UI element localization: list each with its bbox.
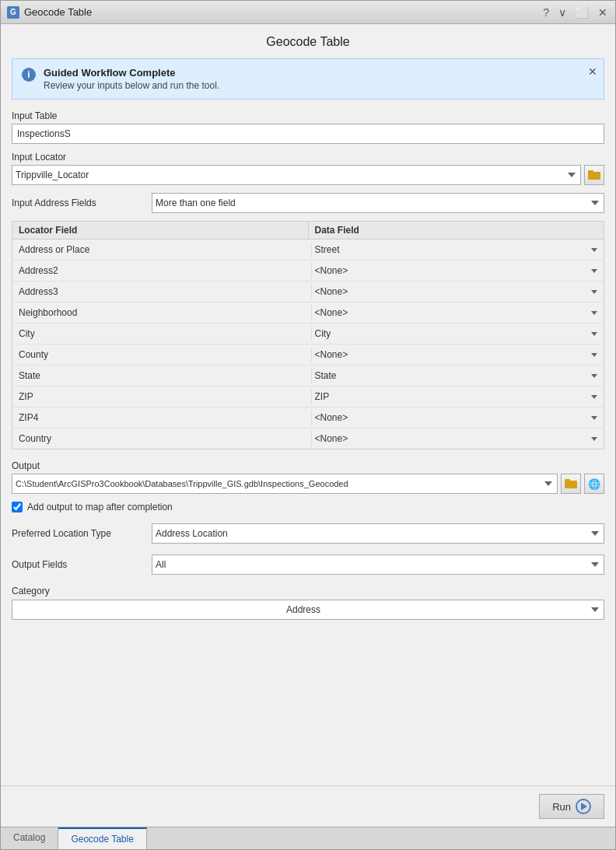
output-select[interactable]: C:\Student\ArcGISPro3Cookbook\Databases\… bbox=[12, 474, 558, 494]
field-name: Address or Place bbox=[12, 242, 312, 257]
title-bar-controls: ? ∨ ⬜ ✕ bbox=[541, 7, 609, 18]
neighborhood-select[interactable]: <None> bbox=[315, 304, 601, 321]
tab-bar: Catalog Geocode Table bbox=[1, 827, 615, 849]
tab-catalog[interactable]: Catalog bbox=[1, 827, 58, 849]
tab-geocode-table[interactable]: Geocode Table bbox=[58, 827, 147, 849]
county-select[interactable]: <None> bbox=[315, 346, 601, 363]
field-name: Neighborhood bbox=[12, 305, 312, 320]
close-button[interactable]: ✕ bbox=[597, 7, 609, 18]
input-table-field[interactable] bbox=[12, 124, 604, 144]
zip4-select[interactable]: <None> bbox=[315, 409, 601, 426]
output-fields-select[interactable]: All Minimal bbox=[152, 554, 604, 575]
globe-icon: 🌐 bbox=[588, 478, 600, 490]
output-label: Output bbox=[12, 460, 604, 471]
table-row: Neighborhood <None> bbox=[12, 303, 604, 324]
add-output-checkbox[interactable] bbox=[12, 502, 23, 512]
field-data-cell: City<None> bbox=[312, 324, 604, 344]
window-title: Geocode Table bbox=[24, 6, 92, 18]
address-or-place-select[interactable]: Street<None> bbox=[315, 241, 601, 258]
help-button[interactable]: ? bbox=[541, 7, 551, 18]
zip-select[interactable]: ZIP<None> bbox=[315, 388, 601, 405]
address2-select[interactable]: <None> bbox=[315, 262, 601, 279]
maximize-button[interactable]: ⬜ bbox=[574, 7, 590, 18]
table-row: County <None> bbox=[12, 345, 604, 366]
field-data-cell: ZIP<None> bbox=[312, 387, 604, 407]
output-group: Output C:\Student\ArcGISPro3Cookbook\Dat… bbox=[12, 460, 604, 494]
table-row: Country <None> bbox=[12, 428, 604, 449]
input-locator-row: Trippville_Locator bbox=[12, 165, 604, 185]
field-name: ZIP4 bbox=[12, 410, 312, 425]
field-name: State bbox=[12, 368, 312, 383]
input-locator-folder-button[interactable] bbox=[584, 165, 604, 185]
output-fields-row: Output Fields All Minimal bbox=[12, 554, 604, 575]
info-banner: i Guided Workflow Complete Review your i… bbox=[12, 58, 604, 100]
city-select[interactable]: City<None> bbox=[315, 325, 601, 342]
play-circle-icon bbox=[576, 799, 591, 814]
field-name: City bbox=[12, 326, 312, 341]
output-folder-button[interactable] bbox=[561, 474, 581, 494]
input-table-group: Input Table bbox=[12, 110, 604, 144]
field-name: County bbox=[12, 347, 312, 362]
table-row: City City<None> bbox=[12, 324, 604, 345]
field-mapping-table: Locator Field Data Field Address or Plac… bbox=[12, 221, 604, 449]
input-locator-select[interactable]: Trippville_Locator bbox=[12, 165, 581, 185]
preferred-location-label: Preferred Location Type bbox=[12, 528, 152, 539]
table-row: Address2 <None> bbox=[12, 261, 604, 282]
banner-close-button[interactable]: ✕ bbox=[588, 65, 597, 78]
table-row: ZIP4 <None> bbox=[12, 408, 604, 428]
field-data-cell: <None> bbox=[312, 428, 604, 449]
banner-title: Guided Workflow Complete bbox=[44, 67, 594, 79]
field-data-cell: Street<None> bbox=[312, 240, 604, 260]
banner-subtitle: Review your inputs below and run the too… bbox=[44, 80, 594, 91]
app-icon: G bbox=[7, 6, 19, 19]
output-globe-button[interactable]: 🌐 bbox=[584, 474, 604, 494]
title-bar: G Geocode Table ? ∨ ⬜ ✕ bbox=[1, 1, 615, 24]
output-row: C:\Student\ArcGISPro3Cookbook\Databases\… bbox=[12, 474, 604, 494]
field-data-cell: State<None> bbox=[312, 366, 604, 386]
preferred-location-select[interactable]: Address Location Routing Location bbox=[152, 523, 604, 544]
input-locator-group: Input Locator Trippville_Locator bbox=[12, 152, 604, 185]
add-output-checkbox-row: Add output to map after completion bbox=[12, 502, 604, 512]
input-address-fields-row: Input Address Fields More than one field… bbox=[12, 193, 604, 213]
category-label: Category bbox=[12, 586, 604, 596]
input-address-fields-select[interactable]: More than one field Single field bbox=[152, 193, 604, 213]
field-data-cell: <None> bbox=[312, 408, 604, 428]
field-name: Address2 bbox=[12, 263, 312, 278]
checkbox-label: Add output to map after completion bbox=[27, 502, 173, 512]
play-triangle-icon bbox=[581, 803, 587, 810]
table-row: Address3 <None> bbox=[12, 282, 604, 303]
category-group: Category Address POI bbox=[12, 586, 604, 620]
form-area: Input Table Input Locator Trippville_Loc… bbox=[1, 110, 615, 785]
field-name: Country bbox=[12, 431, 312, 446]
run-button[interactable]: Run bbox=[539, 794, 604, 819]
field-name: ZIP bbox=[12, 389, 312, 404]
country-select[interactable]: <None> bbox=[315, 430, 601, 447]
run-button-label: Run bbox=[552, 801, 571, 813]
info-text: Guided Workflow Complete Review your inp… bbox=[44, 67, 594, 91]
input-address-fields-label: Input Address Fields bbox=[12, 198, 152, 208]
field-data-cell: <None> bbox=[312, 345, 604, 365]
table-row: Address or Place Street<None> bbox=[12, 240, 604, 261]
table-row: ZIP ZIP<None> bbox=[12, 387, 604, 408]
address3-select[interactable]: <None> bbox=[315, 283, 601, 300]
input-locator-label: Input Locator bbox=[12, 152, 604, 163]
field-data-cell: <None> bbox=[312, 282, 604, 302]
locator-field-header: Locator Field bbox=[12, 222, 309, 239]
table-row: State State<None> bbox=[12, 366, 604, 387]
info-icon: i bbox=[22, 68, 36, 82]
category-select[interactable]: Address POI bbox=[12, 600, 604, 620]
state-select[interactable]: State<None> bbox=[315, 367, 601, 384]
collapse-button[interactable]: ∨ bbox=[557, 7, 568, 18]
title-bar-left: G Geocode Table bbox=[7, 6, 92, 19]
field-data-cell: <None> bbox=[312, 303, 604, 323]
folder-icon bbox=[588, 170, 600, 180]
field-name: Address3 bbox=[12, 284, 312, 299]
panel-title: Geocode Table bbox=[1, 24, 615, 58]
preferred-location-row: Preferred Location Type Address Location… bbox=[12, 523, 604, 544]
data-field-header: Data Field bbox=[309, 222, 604, 239]
output-fields-label: Output Fields bbox=[12, 559, 152, 570]
bottom-bar: Run bbox=[1, 785, 615, 827]
field-mapping-header: Locator Field Data Field bbox=[12, 222, 604, 240]
field-data-cell: <None> bbox=[312, 261, 604, 281]
folder-icon bbox=[565, 479, 577, 488]
